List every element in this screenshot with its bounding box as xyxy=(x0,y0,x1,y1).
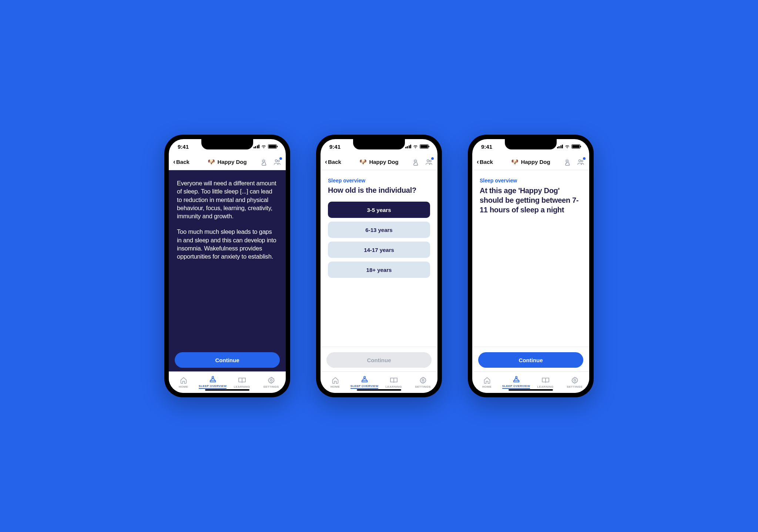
notification-dot xyxy=(583,157,586,160)
section-label: Sleep overview xyxy=(480,178,582,183)
wifi-icon xyxy=(261,145,266,149)
status-icons xyxy=(557,144,581,149)
svg-point-13 xyxy=(515,376,517,378)
tab-learning-label: LEARNING xyxy=(234,385,250,388)
weather-icon[interactable] xyxy=(412,158,420,166)
tab-home-label: HOME xyxy=(482,385,492,388)
svg-point-8 xyxy=(363,376,365,378)
book-icon xyxy=(541,377,550,384)
tab-settings[interactable]: SETTINGS xyxy=(560,372,589,393)
screen: 9:41 ‹ Back 🐶 Happy Dog xyxy=(472,139,589,393)
phone-mockup-3: 9:41 ‹ Back 🐶 Happy Dog xyxy=(468,135,594,397)
question-text: How old is the individual? xyxy=(328,186,430,195)
back-label: Back xyxy=(328,159,341,165)
header-actions xyxy=(261,158,281,166)
header-title: 🐶 Happy Dog xyxy=(511,158,550,166)
tab-home-label: HOME xyxy=(331,385,340,388)
svg-point-5 xyxy=(415,160,417,162)
home-indicator[interactable] xyxy=(205,389,249,391)
tab-sleep-label: SLEEP OVERVIEW xyxy=(199,384,227,389)
tab-settings-label: SETTINGS xyxy=(415,385,430,388)
continue-button[interactable]: Continue xyxy=(175,352,280,368)
people-icon[interactable] xyxy=(577,158,585,166)
svg-point-12 xyxy=(581,160,583,162)
header-title-text: Happy Dog xyxy=(217,159,246,165)
svg-point-11 xyxy=(579,159,581,162)
chevron-left-icon: ‹ xyxy=(477,158,479,166)
status-time: 9:41 xyxy=(329,144,341,150)
option-14-17-years[interactable]: 14-17 years xyxy=(328,242,430,258)
tab-home[interactable]: HOME xyxy=(472,372,502,393)
weather-icon[interactable] xyxy=(261,158,269,166)
sleep-icon xyxy=(360,376,369,383)
options-list: 3-5 years 6-13 years 14-17 years 18+ yea… xyxy=(328,202,430,278)
screen: 9:41 ‹ Back 🐶 Happy Dog xyxy=(321,139,437,393)
svg-point-7 xyxy=(429,160,431,162)
people-icon[interactable] xyxy=(273,158,281,166)
home-icon xyxy=(179,377,188,384)
tab-sleep-label: SLEEP OVERVIEW xyxy=(351,384,378,389)
status-icons xyxy=(405,144,429,149)
weather-icon[interactable] xyxy=(564,158,572,166)
signal-icon xyxy=(254,145,260,148)
notch xyxy=(505,139,557,149)
dog-icon: 🐶 xyxy=(511,158,519,166)
app-header: ‹ Back 🐶 Happy Dog xyxy=(169,154,286,170)
book-icon xyxy=(389,377,398,384)
back-button[interactable]: ‹ Back xyxy=(173,158,190,166)
tab-settings[interactable]: SETTINGS xyxy=(256,372,286,393)
wifi-icon xyxy=(564,145,570,149)
option-18-plus-years[interactable]: 18+ years xyxy=(328,262,430,278)
phone-mockup-1: 9:41 ‹ Back 🐶 Happy Dog xyxy=(164,135,290,397)
status-time: 9:41 xyxy=(481,144,492,150)
status-time: 9:41 xyxy=(178,144,189,150)
option-6-13-years[interactable]: 6-13 years xyxy=(328,222,430,238)
content-area: Sleep overview At this age 'Happy Dog' s… xyxy=(472,170,589,371)
content-area: Everyone will need a different amount of… xyxy=(169,170,286,371)
dog-icon: 🐶 xyxy=(208,158,215,166)
svg-point-2 xyxy=(278,160,279,162)
people-icon[interactable] xyxy=(425,158,433,166)
section-label: Sleep overview xyxy=(328,178,430,183)
footer: Continue xyxy=(169,347,286,371)
svg-point-9 xyxy=(422,379,424,381)
battery-icon xyxy=(268,144,277,149)
header-title: 🐶 Happy Dog xyxy=(208,158,246,166)
svg-point-6 xyxy=(427,159,429,162)
gear-icon xyxy=(570,377,579,384)
continue-button: Continue xyxy=(326,352,432,368)
tab-learning-label: LEARNING xyxy=(385,385,402,388)
svg-point-10 xyxy=(566,160,568,162)
notification-dot xyxy=(431,157,434,160)
tab-learning-label: LEARNING xyxy=(537,385,553,388)
tab-home[interactable]: HOME xyxy=(169,372,198,393)
continue-button[interactable]: Continue xyxy=(478,352,583,368)
chevron-left-icon: ‹ xyxy=(173,158,175,166)
dog-icon: 🐶 xyxy=(359,158,367,166)
back-button[interactable]: ‹ Back xyxy=(325,158,341,166)
info-paragraph-1: Everyone will need a different amount of… xyxy=(177,179,278,220)
app-header: ‹ Back 🐶 Happy Dog xyxy=(321,154,437,170)
app-header: ‹ Back 🐶 Happy Dog xyxy=(472,154,589,170)
footer: Continue xyxy=(472,347,589,371)
home-icon xyxy=(331,377,340,384)
home-indicator[interactable] xyxy=(509,389,553,391)
battery-icon xyxy=(420,144,429,149)
content-area: Sleep overview How old is the individual… xyxy=(321,170,437,371)
tab-home[interactable]: HOME xyxy=(321,372,350,393)
screen: 9:41 ‹ Back 🐶 Happy Dog xyxy=(169,139,286,393)
home-indicator[interactable] xyxy=(357,389,401,391)
option-3-5-years[interactable]: 3-5 years xyxy=(328,202,430,218)
battery-icon xyxy=(571,144,580,149)
header-actions xyxy=(564,158,585,166)
svg-point-14 xyxy=(574,379,576,381)
book-icon xyxy=(238,377,246,384)
back-button[interactable]: ‹ Back xyxy=(477,158,493,166)
wifi-icon xyxy=(413,145,418,149)
gear-icon xyxy=(267,377,276,384)
phone-mockup-2: 9:41 ‹ Back 🐶 Happy Dog xyxy=(316,135,442,397)
tab-settings[interactable]: SETTINGS xyxy=(408,372,437,393)
svg-point-3 xyxy=(212,376,214,378)
info-paragraph-2: Too much much sleep leads to gaps in and… xyxy=(177,228,278,260)
home-icon xyxy=(483,377,492,384)
